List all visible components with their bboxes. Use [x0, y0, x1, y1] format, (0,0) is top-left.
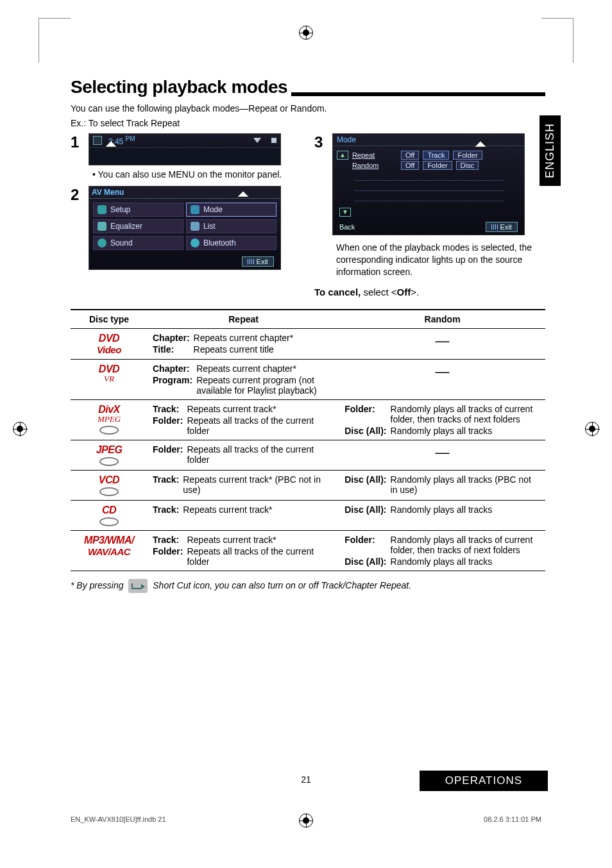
shortcut-icon [128, 579, 148, 593]
random-off-option[interactable]: Off [401, 161, 419, 170]
menu-item-bluetooth[interactable]: Bluetooth [186, 236, 276, 250]
menu-item-sound[interactable]: Sound [93, 236, 183, 250]
table-row: DVDVRChapter:Repeats current chapter*Pro… [71, 360, 545, 400]
footnote: * By pressing Short Cut icon, you can al… [71, 579, 545, 593]
exit-button[interactable]: Exit [242, 256, 274, 267]
section-badge: OPERATIONS [420, 771, 548, 791]
cancel-instruction: To cancel, select <Off>. [314, 287, 545, 297]
bluetooth-icon [191, 238, 200, 247]
menu-item-list[interactable]: List [186, 219, 276, 233]
table-row: DVDVideoChapter:Repeats current chapter*… [71, 329, 545, 360]
step-number: 2 [71, 186, 86, 204]
cursor-icon [107, 143, 130, 166]
registration-mark-left [13, 422, 27, 436]
table-row: JPEGFolder:Repeats all tracks of the cur… [71, 440, 545, 471]
list-icon [191, 222, 200, 231]
table-row: DivXMPEGTrack:Repeats current track*Fold… [71, 400, 545, 440]
footer-filename: EN_KW-AVX810[EU]ff.indb 21 [71, 815, 166, 823]
repeat-off-option[interactable]: Off [401, 151, 419, 160]
equalizer-icon [98, 222, 106, 231]
stop-icon[interactable] [271, 138, 276, 143]
arrow-down-icon[interactable]: ▼ [339, 208, 351, 217]
random-folder-option[interactable]: Folder [423, 161, 452, 170]
repeat-track-option[interactable]: Track [423, 151, 449, 160]
table-row: VCDTrack:Repeats current track* (PBC not… [71, 471, 545, 501]
playback-modes-table: Disc type Repeat Random DVDVideoChapter:… [71, 309, 545, 571]
registration-mark-bottom [299, 814, 313, 828]
registration-mark-top [299, 26, 313, 40]
menu-item-equalizer[interactable]: Equalizer [93, 219, 183, 233]
registration-mark-right [585, 422, 599, 436]
menu-item-setup[interactable]: Setup [93, 203, 183, 217]
step3-description: When one of the playback modes is select… [336, 242, 545, 278]
crop-mark [573, 18, 574, 63]
sound-icon [98, 238, 106, 247]
back-button[interactable]: Back [339, 223, 355, 231]
title-rule [291, 92, 545, 96]
crop-mark [38, 18, 39, 63]
cursor-icon [477, 143, 500, 166]
page-title: Selecting playback modes [71, 77, 287, 97]
source-panel: 3:45 PM [89, 133, 281, 165]
table-row: CDTrack:Repeats current track*Disc (All)… [71, 501, 545, 531]
gear-icon [98, 205, 106, 214]
mode-repeat-label: Repeat [352, 151, 397, 159]
random-disc-option[interactable]: Disc [456, 161, 479, 170]
step-number: 1 [71, 133, 86, 151]
av-menu-icon[interactable] [93, 136, 102, 145]
table-row: MP3/WMA/WAV/AACTrack:Repeats current tra… [71, 531, 545, 571]
footer-timestamp: 08.2.6 3:11:01 PM [484, 815, 541, 823]
arrow-up-icon[interactable]: ▲ [337, 151, 348, 160]
th-disc: Disc type [71, 310, 148, 329]
mode-random-label: Random [352, 162, 397, 169]
intro-text: You can use the following playback modes… [71, 103, 545, 115]
page-number: 21 [301, 774, 311, 785]
down-icon[interactable] [253, 138, 261, 143]
exit-button[interactable]: Exit [486, 222, 518, 232]
cursor-icon [239, 193, 262, 216]
mode-panel: Mode ▲ Repeat Off Track Folder Random [332, 133, 525, 235]
av-menu-panel: AV Menu Setup Mode Equalizer List Sound … [89, 186, 281, 270]
mode-icon [191, 205, 200, 214]
example-text: Ex.: To select Track Repeat [71, 117, 545, 129]
th-repeat: Repeat [148, 310, 339, 329]
step1-note: You can also use MENU on the monitor pan… [92, 169, 302, 179]
menu-item-mode[interactable]: Mode [186, 203, 276, 217]
th-random: Random [339, 310, 545, 329]
step-number: 3 [314, 133, 330, 151]
